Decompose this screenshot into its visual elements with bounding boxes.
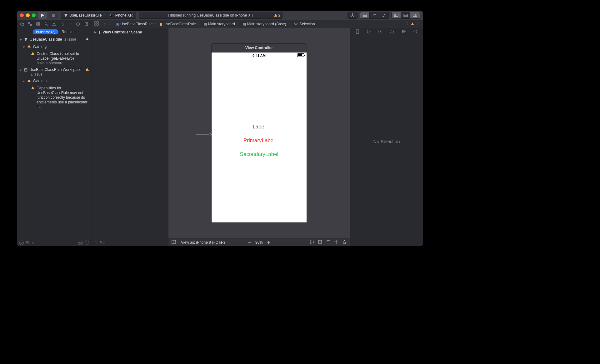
navigator-filter-bar: ⊙ ⟳ ! [17, 239, 92, 246]
outline-scene-row[interactable]: ▶ ▮ View Controller Scene [92, 28, 168, 36]
svg-point-5 [373, 14, 374, 15]
bc-base[interactable]: ▤Main.storyboard (Base) [242, 22, 286, 26]
status-time: 9:41 AM [252, 54, 266, 57]
workspace-icon: ▤ [24, 67, 28, 72]
identity-inspector-icon[interactable] [378, 29, 382, 35]
toggle-debug-button[interactable] [401, 12, 410, 18]
uilabel-default[interactable]: Label [252, 124, 266, 130]
recent-filter-icon[interactable]: ⟳ [78, 241, 83, 245]
runtime-tab[interactable]: Runtime [62, 30, 76, 34]
canvas-bottom-bar: View as: iPhone 8 (wC hR) − 90% + [168, 238, 350, 246]
phone-frame: 9:41 AM Label PrimaryLabel SecondaryLabe… [211, 52, 307, 223]
svg-rect-32 [310, 240, 313, 243]
issue-nav-icon[interactable] [52, 22, 56, 26]
quickhelp-inspector-icon[interactable]: ? [367, 29, 371, 35]
view-as-label[interactable]: View as: iPhone 8 (wC hR) [181, 240, 225, 245]
editor-mode-segment [360, 12, 389, 19]
no-selection-label: No Selection [373, 139, 400, 144]
warning-icon [27, 44, 31, 48]
buildtime-tab[interactable]: Buildtime (2) [33, 29, 58, 34]
library-button[interactable] [348, 12, 358, 19]
issue-row[interactable]: Capabilities for UseBaseClassRule may no… [17, 85, 92, 110]
toggle-inspector-button[interactable] [410, 12, 420, 18]
warning-group[interactable]: ▼ Warning [17, 78, 92, 85]
update-frames-button[interactable] [310, 240, 314, 245]
scene-icon: ▮ [98, 30, 101, 34]
warning-icon [31, 52, 35, 55]
filter-scope-button[interactable]: ⊙ [94, 241, 98, 245]
ib-canvas[interactable]: View Controller 9:41 AM Label PrimaryLab… [168, 28, 350, 246]
issue-row[interactable]: CustomClass is not set to UILabel (peE-a… [17, 51, 92, 67]
report-nav-icon[interactable] [84, 22, 88, 26]
minimize-window-button[interactable] [26, 13, 30, 17]
initial-vc-arrow-icon [196, 131, 212, 139]
zoom-window-button[interactable] [32, 13, 36, 17]
add-constraints-button[interactable] [334, 240, 338, 245]
svg-rect-17 [37, 24, 40, 25]
uilabel-secondary[interactable]: SecondaryLabel [240, 151, 278, 157]
prev-issue-button[interactable]: 〈 [404, 21, 408, 27]
navigator-panel: Buildtime (2) Runtime ▼ 🛠 UseBaseClassRu… [17, 20, 92, 246]
breakpoint-nav-icon[interactable] [76, 22, 80, 26]
xcode-window: 🛠 UseBaseClassRule 〉 📱 iPhone XR Finishe… [17, 11, 423, 246]
scheme-device: iPhone XR [115, 13, 132, 17]
project-issue-group[interactable]: ▼ 🛠 UseBaseClassRule 1 issue [17, 36, 92, 43]
assistant-editor-button[interactable] [370, 12, 379, 18]
workspace-issue-group[interactable]: ▼ ▤ UseBaseClassRule Workspace 1 issue [17, 67, 92, 78]
project-nav-icon[interactable] [20, 22, 24, 26]
bc-file[interactable]: ▤Main.storyboard [203, 22, 235, 26]
warning-icon [31, 86, 35, 90]
bc-selection[interactable]: No Selection [294, 22, 315, 26]
warning-group[interactable]: ▼ Warning [17, 43, 92, 51]
warnings-filter-icon[interactable]: ! [85, 241, 89, 245]
uilabel-primary[interactable]: PrimaryLabel [243, 137, 275, 144]
svg-point-6 [374, 14, 376, 15]
connections-inspector-icon[interactable] [413, 29, 418, 35]
source-control-nav-icon[interactable] [28, 22, 32, 26]
svg-line-15 [30, 24, 30, 24]
file-inspector-icon[interactable] [356, 29, 359, 35]
chevron-right-icon: 〉 [103, 12, 107, 17]
forward-button[interactable]: 〉 [109, 21, 112, 27]
run-button[interactable] [38, 12, 47, 19]
back-button[interactable]: 〈 [102, 21, 106, 27]
zoom-out-button[interactable]: − [248, 240, 251, 245]
scheme-selector[interactable]: 🛠 UseBaseClassRule 〉 📱 iPhone XR [61, 12, 136, 19]
align-button[interactable] [326, 240, 330, 245]
svg-rect-14 [30, 24, 32, 26]
view-controller[interactable]: View Controller 9:41 AM Label PrimaryLab… [211, 43, 307, 223]
svg-point-18 [45, 22, 47, 25]
stop-button[interactable] [49, 12, 58, 19]
issue-title: Capabilities for UseBaseClassRule may no… [37, 86, 89, 109]
find-nav-icon[interactable] [44, 22, 48, 26]
symbol-nav-icon[interactable] [36, 22, 40, 26]
resolve-issues-button[interactable] [342, 240, 347, 245]
issue-tree: ▼ 🛠 UseBaseClassRule 1 issue ▼ Warning C… [17, 36, 92, 239]
standard-editor-button[interactable] [360, 12, 370, 18]
status-warning-badge[interactable]: 2 [274, 13, 280, 17]
next-issue-button[interactable]: 〉 [417, 21, 421, 27]
svg-rect-0 [52, 14, 55, 17]
related-items-icon[interactable] [94, 21, 99, 27]
attributes-inspector-icon[interactable] [390, 29, 394, 35]
outline-filter-input[interactable] [99, 241, 166, 245]
hammer-icon: 🛠 [24, 37, 28, 42]
bc-folder[interactable]: ▮UseBaseClassRule [160, 22, 196, 26]
close-window-button[interactable] [20, 13, 24, 17]
embed-in-button[interactable] [318, 240, 322, 245]
bc-project[interactable]: ▣UseBaseClassRule [116, 22, 152, 26]
test-nav-icon[interactable] [60, 22, 64, 26]
issue-title: CustomClass is not set to UILabel (peE-a… [37, 52, 79, 61]
toggle-navigator-button[interactable] [392, 12, 401, 18]
filter-scope-button[interactable]: ⊙ [19, 241, 24, 245]
zoom-level[interactable]: 90% [255, 240, 263, 245]
debug-nav-icon[interactable] [68, 22, 72, 26]
version-editor-button[interactable] [379, 12, 388, 18]
svg-point-43 [380, 31, 381, 32]
filter-input[interactable] [26, 241, 77, 245]
navigator-selector [17, 20, 92, 28]
size-inspector-icon[interactable] [402, 29, 406, 35]
zoom-in-button[interactable]: + [267, 240, 270, 245]
toggle-outline-button[interactable] [172, 240, 176, 245]
vc-title-bar[interactable]: View Controller [211, 43, 307, 52]
